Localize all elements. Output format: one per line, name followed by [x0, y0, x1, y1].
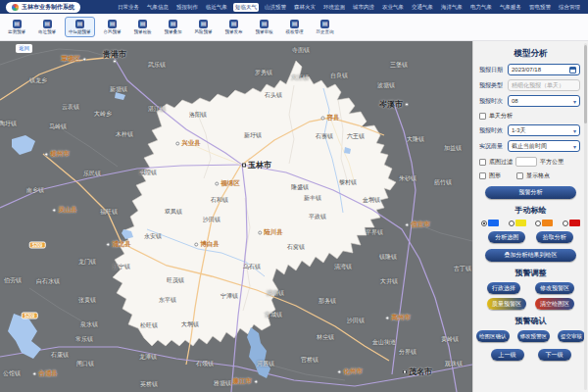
document-icon: ▤	[320, 20, 329, 28]
top-menu-item[interactable]: 交通气象	[410, 3, 435, 12]
sub-menu-item-label: 预警审核	[256, 29, 273, 34]
top-menu: 日常业务气象信息预报制作临近气象短临天气山洪预警森林火灾环境监测城市内涝农业气象…	[116, 3, 582, 12]
draw-color-group	[481, 220, 580, 226]
forecast-validity-select[interactable]: 1-3天 ▾	[508, 124, 580, 136]
radio-icon[interactable]	[535, 220, 541, 226]
color-swatch-red	[569, 220, 580, 226]
pager-button[interactable]: 上一级	[491, 349, 524, 361]
forecast-time-select[interactable]: 08 ▾	[508, 95, 580, 107]
single-day-checkbox[interactable]	[479, 113, 486, 120]
sub-menu-item[interactable]: ▤历史查询	[313, 17, 338, 37]
forecast-time-value: 08	[512, 98, 518, 104]
overlay-result-button[interactable]: 叠加分析结果到绘区	[485, 249, 576, 262]
document-icon: ▤	[229, 20, 238, 28]
top-menu-item[interactable]: 临近气象	[204, 3, 229, 12]
top-menu-item[interactable]: 环境监测	[321, 3, 347, 12]
forecast-type-label: 预报类型	[479, 81, 508, 90]
document-icon: ▤	[260, 20, 269, 28]
map-back-link[interactable]: 返回	[16, 44, 32, 53]
forecast-date-input[interactable]: 2023/07/18	[508, 64, 580, 75]
rain-label: 实况雨量	[479, 142, 508, 151]
sub-menu-item-label: 预警检验	[134, 29, 152, 34]
top-menu-item[interactable]: 短临天气	[233, 3, 259, 12]
top-menu-item[interactable]: 城市内涝	[351, 3, 376, 12]
rain-select[interactable]: 截止当前时间 ▾	[508, 140, 580, 152]
graphic-label: 图形	[489, 172, 501, 180]
sub-menu-item[interactable]: ▤预警发布	[221, 17, 247, 37]
top-menu-item[interactable]: 海洋气象	[439, 3, 465, 12]
sub-menu-item-label: 监测预警	[8, 29, 25, 34]
top-menu-item[interactable]: 森林火灾	[292, 3, 318, 12]
sub-menu-item[interactable]: ▤风险预警	[191, 17, 217, 37]
document-icon: ▤	[290, 20, 299, 28]
confirm-buttons: 绘图区确认修改预警区提交审核	[476, 330, 585, 342]
forecast-type-value: 精细化预报（单天）	[512, 81, 564, 90]
sub-menu-item-label: 中短期预警	[69, 29, 91, 34]
top-menu-item[interactable]: 雷电预警	[527, 3, 553, 12]
manual-section-title: 手动标绘	[473, 205, 588, 216]
road-shield-label: S209	[29, 242, 46, 249]
sub-menu-item[interactable]: ▤中短期预警	[65, 17, 95, 37]
forecast-time-row: 预报时次 08 ▾	[479, 95, 580, 107]
grid-checkbox[interactable]	[516, 172, 523, 179]
manual-action-button[interactable]: 分析选图	[488, 231, 525, 243]
top-menu-item[interactable]: 农业气象	[380, 3, 406, 12]
filter-checkbox[interactable]	[479, 159, 486, 166]
filter-unit-label: 平方公里	[540, 158, 564, 167]
forecast-validity-label: 预报时效	[479, 126, 508, 135]
forecast-date-label: 预报日期	[479, 66, 508, 74]
analysis-panel: 模型分析 预报日期 2023/07/18 预报类型 精细化预报（单天） 预报时次…	[472, 41, 588, 392]
radio-icon[interactable]	[563, 220, 568, 226]
top-menu-item[interactable]: 预报制作	[174, 3, 200, 12]
app-logo: 玉林市业务制作系统	[6, 2, 80, 13]
confirm-button[interactable]: 提交审核	[558, 330, 585, 342]
adjust-section-title: 预警调整	[473, 268, 588, 278]
sub-menu-item[interactable]: ▤临近预警	[34, 17, 60, 37]
top-menu-item[interactable]: 气象服务	[498, 3, 523, 12]
adjust-button[interactable]: 质量预警区	[487, 298, 526, 310]
chevron-down-icon: ▾	[573, 143, 576, 150]
radio-icon[interactable]	[509, 220, 514, 226]
top-menu-item[interactable]: 日常业务	[116, 3, 141, 12]
adjust-button[interactable]: 行政选择	[487, 282, 520, 294]
top-menu-item[interactable]: 气象信息	[145, 3, 171, 12]
sub-menu-item[interactable]: ▤预警叠加	[161, 17, 186, 37]
sub-menu-item-label: 台风预警	[104, 29, 122, 34]
sub-menu-item[interactable]: ▤模板管理	[282, 17, 308, 37]
filter-row: 底图过滤 平方公里	[479, 157, 580, 167]
rain-row: 实况雨量 截止当前时间 ▾	[479, 140, 580, 152]
top-menu-item[interactable]: 山洪预警	[263, 3, 288, 12]
sub-menu-item[interactable]: ▤预警检验	[130, 17, 156, 37]
calendar-icon[interactable]	[569, 67, 576, 74]
logo-icon	[12, 4, 19, 11]
draw-color-option-red[interactable]	[563, 220, 580, 226]
top-menu-item[interactable]: 综合管理	[557, 3, 582, 12]
adjust-button[interactable]: 清空绘图区	[535, 298, 574, 310]
graphic-checkbox[interactable]	[479, 172, 486, 179]
adjust-buttons-row1: 行政选择修改预警区	[487, 282, 574, 294]
document-icon: ▤	[43, 20, 52, 28]
map-base	[0, 41, 472, 392]
adjust-button[interactable]: 修改预警区	[535, 282, 574, 294]
pager-button[interactable]: 下一级	[538, 349, 571, 361]
manual-action-button[interactable]: 拾取分析	[536, 231, 573, 243]
radio-icon[interactable]	[481, 220, 487, 226]
confirm-button[interactable]: 绘图区确认	[476, 330, 510, 342]
sub-menu-item-label: 风险预警	[195, 29, 213, 34]
document-icon: ▤	[199, 20, 208, 28]
sub-menu-item[interactable]: ▤监测预警	[4, 17, 29, 37]
map-canvas[interactable]: 镇龙乡武乐镇新塘镇云表镇大岭乡湛江镇马岭镇陶圩镇木梓镇乐民镇南乡镇福旺镇寺面镇罗…	[0, 41, 472, 392]
sub-menu-item[interactable]: ▤预警审核	[252, 17, 277, 37]
top-menu-item[interactable]: 电力气象	[468, 3, 494, 12]
confirm-button[interactable]: 修改预警区	[517, 330, 551, 342]
analyze-button[interactable]: 预警分析	[485, 186, 576, 199]
chevron-down-icon: ▾	[573, 127, 576, 134]
panel-scrollbar[interactable]	[584, 43, 587, 390]
draw-color-option-yellow[interactable]	[509, 220, 526, 226]
draw-color-option-blue[interactable]	[481, 220, 499, 226]
sub-menu-item[interactable]: ▤台风预警	[100, 17, 125, 37]
rain-value: 截止当前时间	[512, 142, 547, 151]
confirm-section-title: 预警确认	[473, 316, 588, 326]
draw-color-option-orange[interactable]	[535, 220, 553, 226]
filter-area-input[interactable]	[515, 157, 537, 167]
